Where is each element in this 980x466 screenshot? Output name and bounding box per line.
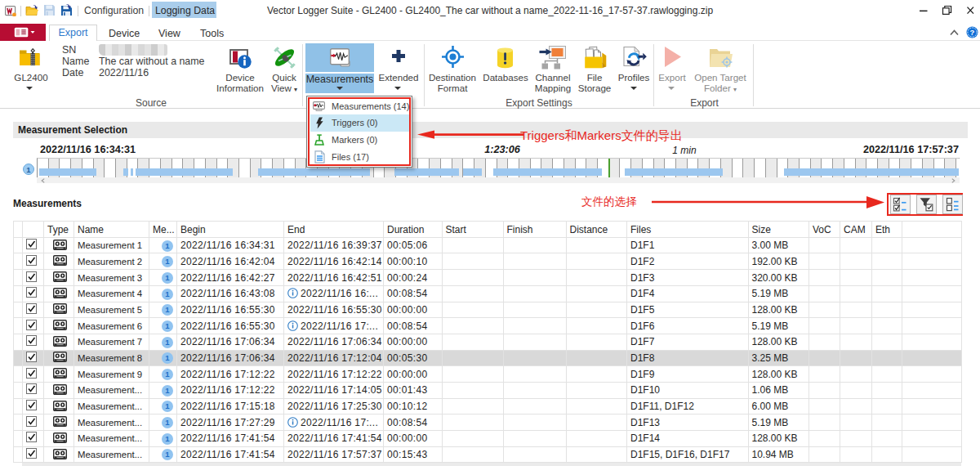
svg-text:?: ?: [970, 28, 975, 37]
